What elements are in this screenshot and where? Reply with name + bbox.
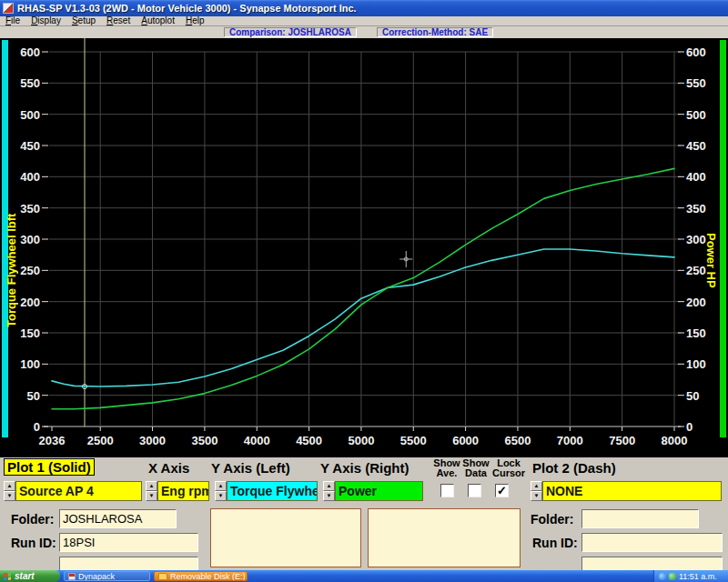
run-id-input-left[interactable] [59, 533, 198, 552]
system-tray: 11:51 a.m. [653, 570, 728, 582]
lock-cursor-label: Lock Cursor [488, 458, 530, 478]
windows-flag-icon [4, 573, 11, 581]
menu-help[interactable]: Help [180, 16, 210, 25]
title-bar: RHAS-SP V1.3-03 (2WD - Motor Vehicle 300… [0, 0, 728, 16]
folder-input-right[interactable] [581, 509, 699, 528]
spinner-up-icon[interactable]: ▲ [531, 481, 542, 491]
svg-text:550: 550 [686, 76, 706, 90]
plot2-header: Plot 2 (Dash) [532, 460, 616, 476]
run-id-input-right[interactable] [581, 533, 723, 552]
svg-text:600: 600 [686, 45, 706, 59]
svg-text:4000: 4000 [244, 434, 270, 447]
svg-text:50: 50 [686, 389, 699, 403]
x-axis-dropdown[interactable]: Eng rpm [157, 481, 209, 501]
spinner-up-icon[interactable]: ▲ [323, 481, 335, 491]
status-bar: Comparison: JOSHLAROSA Correction-Method… [0, 26, 728, 38]
spinner-up-icon[interactable]: ▲ [215, 481, 227, 491]
svg-text:6500: 6500 [505, 434, 531, 447]
spinner-up-icon[interactable]: ▲ [146, 481, 157, 491]
window-title: RHAS-SP V1.3-03 (2WD - Motor Vehicle 300… [17, 3, 357, 14]
run-id-label-right: Run ID: [532, 536, 578, 550]
svg-text:7000: 7000 [557, 434, 583, 447]
x-axis-spinner[interactable]: ▲ ▼ [146, 481, 157, 501]
lock-cursor-checkbox[interactable]: ✓ [495, 484, 509, 497]
menu-autoplot[interactable]: Autoplot [136, 16, 180, 25]
show-ave-checkbox[interactable] [440, 484, 454, 497]
svg-text:300: 300 [20, 233, 40, 246]
plot1-header: Plot 1 (Solid) [4, 458, 95, 476]
clock: 11:51 a.m. [679, 572, 717, 581]
svg-text:7500: 7500 [609, 434, 635, 447]
plot2-spinner[interactable]: ▲ ▼ [531, 481, 542, 501]
y-right-selector: ▲ ▼ Power [323, 481, 423, 501]
svg-text:150: 150 [686, 326, 706, 340]
svg-text:6000: 6000 [452, 434, 479, 447]
plot-area[interactable]: 0050501001001501502002002502503003003503… [0, 38, 728, 457]
svg-text:250: 250 [686, 264, 706, 277]
spinner-down-icon[interactable]: ▼ [4, 491, 15, 501]
svg-text:150: 150 [20, 326, 40, 340]
svg-text:100: 100 [686, 357, 706, 371]
show-data-checkbox[interactable] [468, 484, 481, 497]
taskbar-button-dynapack[interactable]: Dynapack [64, 571, 150, 581]
svg-text:3500: 3500 [191, 434, 217, 447]
y-left-selector: ▲ ▼ Torque Flywhe [215, 481, 318, 501]
menu-setup[interactable]: Setup [66, 16, 101, 25]
spinner-down-icon[interactable]: ▼ [531, 491, 542, 501]
start-button[interactable]: start [0, 570, 60, 582]
run-id-label-left: Run ID: [11, 536, 56, 550]
app-window-icon [68, 573, 76, 580]
menu-display[interactable]: Display [25, 16, 66, 25]
svg-text:400: 400 [686, 170, 706, 184]
tray-device-icon[interactable] [669, 573, 676, 580]
svg-text:250: 250 [20, 264, 40, 277]
y-axis-left-title: Torque Flywheel lbft [5, 168, 18, 327]
y-axis-right-title: Power HP [704, 233, 718, 315]
source-selector: ▲ ▼ Source AP 4 [4, 481, 142, 501]
svg-text:500: 500 [20, 108, 40, 122]
comment-box-right[interactable] [368, 508, 521, 567]
svg-text:200: 200 [686, 296, 706, 309]
source-spinner[interactable]: ▲ ▼ [4, 481, 15, 501]
svg-text:50: 50 [27, 389, 40, 403]
plot2-selector: ▲ ▼ NONE [531, 481, 722, 501]
source-dropdown[interactable]: Source AP 4 [15, 481, 142, 501]
svg-text:500: 500 [686, 108, 706, 122]
svg-text:8000: 8000 [662, 434, 688, 447]
dyno-chart: 0050501001001501502002002502503003003503… [0, 38, 728, 457]
svg-text:450: 450 [20, 139, 40, 153]
menu-reset[interactable]: Reset [101, 16, 136, 25]
svg-text:0: 0 [686, 420, 693, 434]
svg-text:2500: 2500 [87, 434, 114, 447]
y-left-dropdown[interactable]: Torque Flywhe [227, 481, 318, 501]
svg-text:5500: 5500 [400, 434, 427, 447]
comment-box-left[interactable] [210, 508, 361, 567]
y-right-spinner[interactable]: ▲ ▼ [323, 481, 335, 501]
folder-input-left[interactable] [59, 509, 177, 528]
plot2-dropdown[interactable]: NONE [542, 481, 722, 501]
svg-text:100: 100 [20, 357, 40, 371]
control-panel: Plot 1 (Solid) X Axis Y Axis (Left) Y Ax… [0, 457, 728, 570]
svg-text:2036: 2036 [39, 434, 66, 447]
svg-text:200: 200 [20, 296, 40, 309]
spinner-down-icon[interactable]: ▼ [323, 491, 335, 501]
tray-network-icon[interactable] [659, 573, 666, 580]
spinner-up-icon[interactable]: ▲ [4, 481, 15, 491]
svg-text:5000: 5000 [348, 434, 374, 447]
y-right-dropdown[interactable]: Power [335, 481, 423, 501]
y-left-spinner[interactable]: ▲ ▼ [215, 481, 227, 501]
show-ave-label: Show Ave. [430, 458, 463, 478]
menu-file[interactable]: File [0, 16, 25, 25]
svg-text:550: 550 [20, 76, 40, 90]
folder-label-left: Folder: [11, 512, 54, 527]
folder-icon [158, 573, 167, 580]
menu-bar: File Display Setup Reset Autoplot Help [0, 16, 728, 26]
svg-text:0: 0 [34, 420, 40, 434]
taskbar-button-removable-disk[interactable]: Removable Disk (E:) [154, 571, 248, 581]
x-axis-header: X Axis [148, 460, 189, 476]
spinner-down-icon[interactable]: ▼ [146, 491, 157, 501]
svg-text:600: 600 [20, 45, 40, 59]
svg-text:300: 300 [686, 233, 706, 246]
spinner-down-icon[interactable]: ▼ [215, 491, 227, 501]
comparison-status: Comparison: JOSHLAROSA [224, 27, 357, 37]
